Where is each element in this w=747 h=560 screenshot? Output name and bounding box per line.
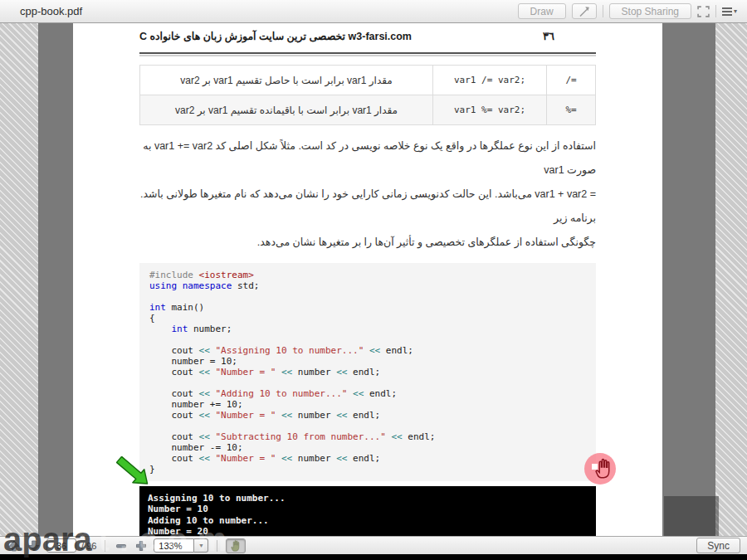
zoom-level-input[interactable] <box>154 538 194 553</box>
pdf-bottom-toolbar: / 96 ▼ Sync <box>0 536 747 554</box>
fullscreen-icon <box>697 6 710 17</box>
site-name: w3-farsi.com <box>349 31 412 42</box>
zoom-out-button[interactable] <box>114 540 129 552</box>
pdf-page: w3-farsi.com تخصصی ترین سایت آموزش زبان … <box>73 23 662 536</box>
site-header-title: w3-farsi.com تخصصی ترین سایت آموزش زبان … <box>139 30 412 42</box>
letterbox-strip <box>0 554 747 560</box>
table-row: %=var1 %= var2;مقدار var1 برابر است با ب… <box>140 95 596 125</box>
video-watermark-logo <box>664 496 719 536</box>
page-up-button[interactable] <box>7 540 22 552</box>
operator-table: /=var1 /= var2;مقدار var1 برابر است با ح… <box>139 65 596 125</box>
page-header: w3-farsi.com تخصصی ترین سایت آموزش زبان … <box>139 30 596 50</box>
chevron-down-icon: ▾ <box>734 7 737 15</box>
canvas-gutter-right <box>715 23 747 536</box>
page-up-icon <box>8 540 20 552</box>
page-total-label: / 96 <box>81 541 96 551</box>
document-title: cpp-book.pdf <box>0 5 82 17</box>
header-divider <box>139 52 596 54</box>
page-number: ٣٦ <box>543 30 554 42</box>
line-tool-button[interactable] <box>572 3 597 19</box>
menu-button[interactable]: ▾ <box>722 6 737 17</box>
zoom-in-icon <box>135 540 147 552</box>
code-block: #include <iostream>using namespace std; … <box>139 263 596 481</box>
toolbar-separator <box>217 540 217 552</box>
operator-table-body: /=var1 /= var2;مقدار var1 برابر است با ح… <box>140 66 596 125</box>
stop-sharing-button[interactable]: Stop Sharing <box>609 3 691 19</box>
table-row: /=var1 /= var2;مقدار var1 برابر است با ح… <box>140 66 596 95</box>
zoom-out-icon <box>115 540 127 552</box>
menu-icon <box>722 6 732 17</box>
draw-button[interactable]: Draw <box>518 3 566 19</box>
app-titlebar: cpp-book.pdf Draw Stop Sharing ▾ <box>0 0 747 23</box>
line-tool-icon <box>578 6 590 17</box>
page-down-button[interactable] <box>27 540 42 552</box>
zoom-in-button[interactable] <box>134 540 149 552</box>
toolbar-separator <box>105 540 105 552</box>
canvas-gutter-left <box>0 23 38 536</box>
zoom-dropdown-button[interactable]: ▼ <box>194 538 208 553</box>
toolbar-separator <box>715 5 716 17</box>
hand-tool-icon <box>231 539 242 552</box>
page-number-input[interactable] <box>46 538 76 553</box>
sync-button[interactable]: Sync <box>696 538 740 553</box>
hand-tool-button[interactable] <box>226 538 246 553</box>
site-tagline: تخصصی ترین سایت آموزش زبان های خانواده C <box>139 31 345 42</box>
chevron-down-icon: ▼ <box>198 543 204 548</box>
intro-paragraph: استفاده از این نوع عملگرها در واقع یک نو… <box>139 134 596 255</box>
fullscreen-button[interactable] <box>697 6 710 17</box>
toolbar-separator <box>603 5 603 17</box>
page-down-icon <box>28 540 40 552</box>
